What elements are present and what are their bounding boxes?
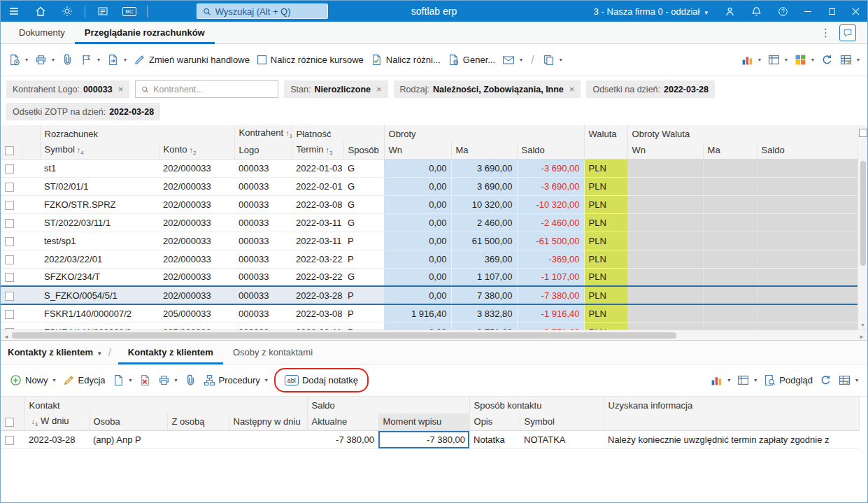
cell-wn[interactable]: 0,00	[384, 232, 451, 250]
group-kontakt[interactable]: Kontakt	[24, 397, 307, 413]
cell-waluta-ma[interactable]	[703, 232, 757, 250]
cell-waluta-ma[interactable]	[703, 159, 757, 177]
cell-konto[interactable]: 202/000033	[159, 177, 234, 195]
cell-konto[interactable]: 202/000033	[159, 268, 234, 286]
group-sposob-kontaktu[interactable]: Sposób kontaktu	[469, 397, 604, 413]
cell-sposob[interactable]: P	[343, 250, 384, 268]
cell-sposob[interactable]: P	[343, 286, 384, 304]
group-obroty[interactable]: Obroty	[384, 125, 584, 142]
kontrahent-search-input[interactable]	[153, 85, 272, 94]
row-checkbox[interactable]	[5, 237, 14, 246]
remove-filter-icon[interactable]: ×	[118, 84, 124, 94]
cell-konto[interactable]: 202/000033	[159, 195, 234, 213]
cell-waluta-saldo[interactable]	[757, 177, 859, 195]
home-button[interactable]	[27, 1, 54, 22]
cell-waluta-ma[interactable]	[703, 177, 757, 195]
cell-waluta-wn[interactable]	[627, 250, 703, 268]
cell-wn[interactable]: 0,00	[384, 250, 451, 268]
horizontal-scrollbar[interactable]	[1, 330, 867, 341]
row-select-cell[interactable]	[1, 286, 22, 304]
cell-waluta-saldo[interactable]	[757, 268, 859, 286]
calc-other-differences-button[interactable]: Nalicz różni...	[367, 50, 444, 70]
bottom-panel-selector[interactable]: Kontakty z klientem	[8, 347, 101, 357]
cell-waluta-saldo[interactable]	[757, 213, 859, 232]
cell-symbol[interactable]: 2022/03/22/01	[40, 250, 159, 268]
cell-waluta-wn[interactable]	[627, 159, 703, 177]
cell-ma[interactable]: 3 832,80	[451, 304, 517, 323]
cell-osoba[interactable]: (anp) Anp P	[89, 430, 167, 448]
row-select-cell[interactable]	[1, 430, 24, 448]
cell-waluta-ma[interactable]	[703, 250, 757, 268]
cell-w-dniu[interactable]: 2022-03-28	[24, 430, 89, 448]
cell-termin[interactable]: 2022-03-11	[292, 213, 343, 232]
cell-waluta[interactable]: PLN	[584, 159, 627, 177]
close-button[interactable]	[844, 1, 867, 22]
notifications-button[interactable]	[743, 1, 769, 22]
row-select-cell[interactable]	[1, 177, 22, 195]
chat-panel-button[interactable]	[839, 24, 856, 41]
panels-layout-button[interactable]	[734, 370, 760, 390]
new-button[interactable]: Nowy	[6, 370, 59, 390]
cell-aktualne[interactable]: -7 380,00	[307, 430, 378, 448]
cell-symbol[interactable]: SFZKO/234/T	[40, 268, 159, 286]
col-wn[interactable]: Wn	[384, 142, 451, 159]
group-obroty-waluta[interactable]: Obroty Waluta	[627, 125, 859, 142]
cell-moment-wpisu[interactable]: -7 380,00	[378, 430, 469, 448]
table-settings-button[interactable]	[837, 50, 863, 70]
cell-konto[interactable]: 202/000033	[159, 232, 234, 250]
export-document-button[interactable]	[104, 50, 130, 70]
cell-opis[interactable]: Notatka	[469, 430, 520, 448]
cell-ma[interactable]: 7 380,00	[451, 286, 517, 304]
cell-waluta-ma[interactable]	[703, 195, 757, 213]
cell-waluta-saldo[interactable]	[757, 323, 859, 330]
filter-rodzaj[interactable]: Rodzaj: Należności, Zobowiązania, Inne ×	[394, 80, 581, 98]
attachments-button[interactable]	[58, 50, 77, 70]
col-logo[interactable]: Logo	[234, 142, 292, 159]
cell-waluta-ma[interactable]	[703, 323, 757, 330]
change-trade-terms-button[interactable]: Zmień warunki handlowe	[130, 50, 253, 70]
cell-z-osoba[interactable]	[167, 430, 229, 448]
cell-waluta-saldo[interactable]	[757, 250, 859, 268]
cell-saldo[interactable]: -369,00	[517, 250, 584, 268]
cell-ma[interactable]: 2 460,00	[451, 213, 517, 232]
cell-waluta[interactable]: PLN	[584, 177, 627, 195]
cell-wn[interactable]: 1 916,40	[384, 304, 451, 323]
cell-waluta[interactable]: PLN	[584, 323, 627, 330]
cell-logo[interactable]: 000033	[234, 232, 292, 250]
global-search[interactable]	[197, 3, 328, 19]
cell-symbol[interactable]: FSKR1/140/000007/2	[40, 304, 159, 323]
cell-waluta-ma[interactable]	[703, 286, 757, 304]
row-checkbox[interactable]	[5, 219, 14, 228]
tab-osoby-z-kontaktami[interactable]: Osoby z kontaktami	[223, 341, 322, 364]
row-checkbox[interactable]	[5, 255, 14, 264]
cell-waluta-wn[interactable]	[627, 304, 703, 323]
tab-kontakty-z-klientem[interactable]: Kontakty z klientem	[118, 341, 223, 364]
cell-logo[interactable]: 000033	[234, 195, 292, 213]
cell-symbol[interactable]: FSKR1/141/000008/2	[40, 323, 159, 330]
cell-saldo[interactable]: -10 320,00	[517, 195, 584, 213]
refresh-button[interactable]	[818, 50, 837, 70]
cell-wn[interactable]: 0,00	[384, 195, 451, 213]
kontrahent-search[interactable]	[135, 80, 278, 98]
row-checkbox[interactable]	[5, 273, 14, 282]
col-waluta-ma[interactable]: Ma	[703, 142, 757, 159]
row-checkbox[interactable]	[5, 292, 14, 301]
table-settings-button[interactable]	[835, 370, 862, 390]
global-search-input[interactable]	[215, 6, 322, 17]
tab-przegladanie-rozrachunkow[interactable]: Przeglądanie rozrachunków	[75, 22, 215, 44]
row-checkbox[interactable]	[5, 436, 14, 445]
cell-saldo[interactable]: -61 500,00	[517, 232, 584, 250]
rozrachunek-row[interactable]: test/sp1202/0000330000332022-03-11P0,006…	[1, 232, 859, 250]
cell-waluta-wn[interactable]	[627, 268, 703, 286]
rozrachunek-row[interactable]: ST/2022/03/11/1202/0000330000332022-03-1…	[1, 213, 859, 232]
cell-waluta-ma[interactable]	[703, 304, 757, 323]
cell-symbol[interactable]: test/sp1	[40, 232, 159, 250]
kontakt-row[interactable]: 2022-03-28(anp) Anp P-7 380,00-7 380,00N…	[1, 430, 859, 448]
rozrachunek-row[interactable]: FSKR1/141/000008/2205/0000330000332022-0…	[1, 323, 859, 330]
panels-layout-button[interactable]	[764, 50, 791, 70]
attachments-button[interactable]	[181, 370, 200, 390]
cell-saldo[interactable]: -3 690,00	[517, 159, 584, 177]
cell-ma[interactable]: 3 690,00	[451, 159, 517, 177]
col-symbol[interactable]: Symbol4	[40, 142, 159, 159]
cell-termin[interactable]: 2022-02-01	[292, 177, 343, 195]
